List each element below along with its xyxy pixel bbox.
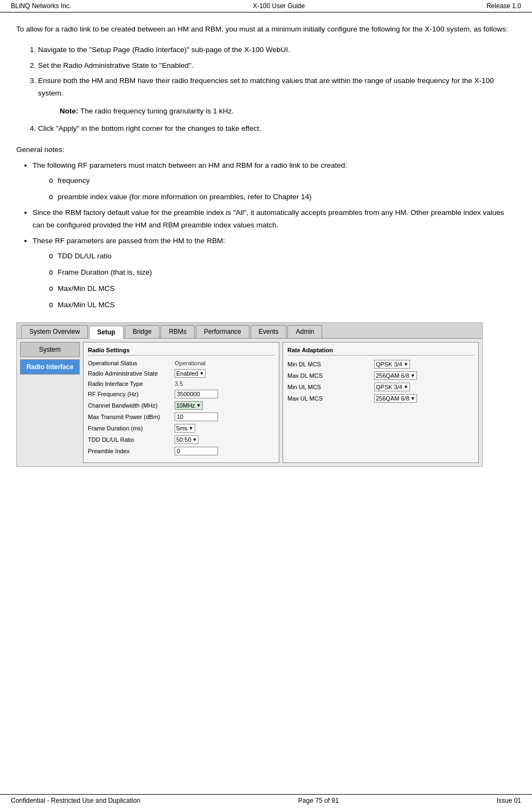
select-max-dl-mcs[interactable]: 256QAM 6/8 ▼: [374, 371, 417, 380]
header-left: BLiNQ Networks Inc.: [11, 2, 71, 10]
select-tdd-ratio[interactable]: 50:50 ▼: [175, 435, 198, 444]
label-max-ul-mcs: Max UL MCS: [287, 395, 374, 402]
step-1: Navigate to the "Setup Page (Radio Inter…: [38, 44, 516, 56]
main-content: To allow for a radio link to be created …: [0, 12, 532, 510]
sub-item-ul-mcs: Max/Min UL MCS: [49, 299, 516, 312]
select-channel-bandwidth[interactable]: 10MHz ▼: [175, 401, 203, 410]
header-center: X-100 User Guide: [253, 2, 305, 10]
label-max-tx-power: Max Transmit Power (dBm): [88, 414, 175, 420]
field-radio-interface-type: Radio Interface Type 3.5: [88, 380, 274, 387]
sub-item-tdd: TDD DL/UL ratio: [49, 250, 516, 263]
sub-item-frame: Frame Duration (that is, size): [49, 266, 516, 279]
sidebar-btn-system[interactable]: System: [20, 342, 80, 357]
radio-settings-panel: Radio Settings Operational Status Operat…: [83, 342, 279, 463]
field-channel-bandwidth: Channel Bandwidth (MHz) 10MHz ▼: [88, 401, 274, 410]
label-min-ul-mcs: Min UL MCS: [287, 384, 374, 390]
field-rf-frequency: RF Frequency (Hz): [88, 390, 274, 398]
field-min-dl-mcs: Min DL MCS QPSK 3/4 ▼: [287, 360, 474, 369]
tab-rbms[interactable]: RBMs: [161, 325, 195, 338]
tab-admin[interactable]: Admin: [287, 325, 322, 338]
intro-paragraph: To allow for a radio link to be created …: [16, 23, 516, 35]
chevron-down-icon-bw: ▼: [196, 403, 201, 408]
field-radio-admin-state: Radio Administrative State Enabled ▼: [88, 369, 274, 378]
label-frame-duration: Frame Duration (ms): [88, 425, 175, 432]
page-footer: Confidential - Restricted Use and Duplic…: [0, 794, 532, 807]
label-radio-interface-type: Radio Interface Type: [88, 380, 175, 387]
input-preamble-index[interactable]: [175, 447, 218, 455]
ui-screenshot: System Overview Setup Bridge RBMs Perfor…: [16, 322, 483, 467]
field-max-dl-mcs: Max DL MCS 256QAM 6/8 ▼: [287, 371, 474, 380]
ui-main-panel: Radio Settings Operational Status Operat…: [83, 342, 479, 463]
chevron-down-icon-max-ul: ▼: [411, 396, 415, 401]
label-channel-bandwidth: Channel Bandwidth (MHz): [88, 402, 175, 409]
general-notes-title: General notes:: [16, 144, 516, 156]
sidebar-btn-radio-interface[interactable]: Radio Interface: [20, 359, 80, 375]
value-operational-status: Operational: [175, 360, 206, 366]
field-frame-duration: Frame Duration (ms) 5ms ▼: [88, 424, 274, 433]
select-min-ul-mcs[interactable]: QPSK 3/4 ▼: [374, 383, 410, 391]
field-max-ul-mcs: Max UL MCS 256QAM 6/8 ▼: [287, 394, 474, 403]
sub-item-frequency: frequency: [49, 174, 516, 187]
field-max-tx-power: Max Transmit Power (dBm): [88, 413, 274, 421]
bullet-list: The following RF parameters must match b…: [33, 160, 516, 311]
value-radio-interface-type: 3.5: [175, 380, 183, 387]
field-preamble-index: Preamble Index: [88, 447, 274, 455]
chevron-down-icon: ▼: [199, 371, 204, 376]
note-block: Note: The radio frequency tuning granula…: [60, 105, 516, 117]
sub-item-dl-mcs: Max/Min DL MCS: [49, 282, 516, 295]
sub-list-3: TDD DL/UL ratio Frame Duration (that is,…: [49, 250, 516, 312]
note-label: Note:: [60, 107, 79, 115]
tab-system-overview[interactable]: System Overview: [21, 325, 88, 338]
tab-events[interactable]: Events: [251, 325, 287, 338]
chevron-down-icon-fd: ▼: [189, 426, 194, 431]
chevron-down-icon-min-dl: ▼: [403, 361, 408, 367]
bullet-item-2: Since the RBM factory default value for …: [33, 207, 516, 232]
input-rf-frequency[interactable]: [175, 390, 218, 398]
note-text: The radio frequency tuning granularity i…: [80, 107, 234, 115]
header-right: Release 1.0: [486, 2, 521, 10]
label-preamble-index: Preamble Index: [88, 448, 175, 454]
label-operational-status: Operational Status: [88, 360, 175, 366]
step-3: Ensure both the HM and RBM have their ra…: [38, 75, 516, 117]
label-min-dl-mcs: Min DL MCS: [287, 361, 374, 367]
steps-list: Navigate to the "Setup Page (Radio Inter…: [38, 44, 516, 135]
chevron-down-icon-tdd: ▼: [193, 437, 197, 442]
tab-setup[interactable]: Setup: [89, 326, 123, 339]
tab-bar: System Overview Setup Bridge RBMs Perfor…: [17, 323, 482, 339]
select-frame-duration[interactable]: 5ms ▼: [175, 424, 195, 433]
rate-adaptation-panel: Rate Adaptation Min DL MCS QPSK 3/4 ▼ Ma…: [283, 342, 479, 463]
radio-settings-title: Radio Settings: [88, 347, 274, 356]
input-max-tx-power[interactable]: [175, 413, 218, 421]
field-min-ul-mcs: Min UL MCS QPSK 3/4 ▼: [287, 383, 474, 391]
sub-item-preamble: preamble index value (for more informati…: [49, 191, 516, 204]
label-rf-frequency: RF Frequency (Hz): [88, 391, 175, 397]
chevron-down-icon-min-ul: ▼: [403, 384, 408, 390]
label-tdd-ratio: TDD DL/UL Ratio: [88, 436, 175, 443]
ui-body: System Radio Interface Radio Settings Op…: [17, 339, 482, 466]
page-header: BLiNQ Networks Inc. X-100 User Guide Rel…: [0, 0, 532, 12]
field-operational-status: Operational Status Operational: [88, 360, 274, 366]
field-tdd-ratio: TDD DL/UL Ratio 50:50 ▼: [88, 435, 274, 444]
footer-right: Issue 01: [497, 797, 521, 804]
bullet-item-1: The following RF parameters must match b…: [33, 160, 516, 204]
tab-performance[interactable]: Performance: [196, 325, 249, 338]
rate-adaptation-title: Rate Adaptation: [287, 347, 474, 356]
step-4: Click "Apply" in the bottom right corner…: [38, 123, 516, 135]
select-radio-admin-state[interactable]: Enabled ▼: [175, 369, 206, 378]
bullet-item-3: These RF parameters are passed from the …: [33, 235, 516, 312]
ui-sidebar: System Radio Interface: [20, 342, 80, 463]
footer-left: Confidential - Restricted Use and Duplic…: [11, 797, 140, 804]
label-radio-admin-state: Radio Administrative State: [88, 370, 175, 377]
sub-list-1: frequency preamble index value (for more…: [49, 174, 516, 204]
footer-center: Page 75 of 91: [298, 797, 339, 804]
select-min-dl-mcs[interactable]: QPSK 3/4 ▼: [374, 360, 410, 369]
select-max-ul-mcs[interactable]: 256QAM 6/8 ▼: [374, 394, 417, 403]
chevron-down-icon-max-dl: ▼: [411, 373, 415, 378]
label-max-dl-mcs: Max DL MCS: [287, 372, 374, 379]
tab-bridge[interactable]: Bridge: [125, 325, 160, 338]
step-2: Set the Radio Administrative State to "E…: [38, 60, 516, 72]
